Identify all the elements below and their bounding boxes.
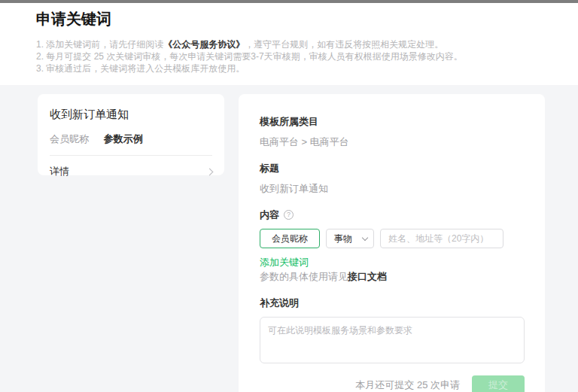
content-label: 内容 ?	[260, 208, 525, 221]
api-doc-link[interactable]: 接口文档	[348, 271, 387, 282]
preview-param-label: 会员昵称	[50, 133, 89, 144]
preview-title: 收到新订单通知	[50, 108, 212, 122]
note-label: 补充说明	[260, 296, 525, 309]
submit-button[interactable]: 提交	[472, 375, 525, 392]
keyword-form-card: 模板所属类目 电商平台 > 电商平台 标题 收到新订单通知 内容 ? 事物 添加…	[239, 94, 545, 392]
keyword-input[interactable]	[260, 229, 320, 248]
notice-line-1: 1. 添加关键词前，请先仔细阅读《公众号服务协议》，遵守平台规则，如有违反将按照…	[36, 38, 542, 50]
doc-note-prefix: 参数的具体使用请见	[260, 271, 348, 282]
preview-detail-label: 详情	[50, 165, 69, 178]
keyword-inputs-row: 事物	[260, 229, 525, 248]
title-label: 标题	[260, 162, 525, 175]
quota-text: 本月还可提交 25 次申请	[355, 378, 460, 392]
notice-1-prefix: 1. 添加关键词前，请先仔细阅读	[36, 39, 163, 50]
notice-1-suffix: ，遵守平台规则，如有违反将按照相关规定处理。	[245, 39, 443, 50]
page-title: 申请关键词	[36, 9, 542, 29]
service-agreement-link[interactable]: 《公众号服务协议》	[163, 39, 245, 50]
preview-param-row: 会员昵称 参数示例	[50, 132, 212, 146]
preview-param-value: 参数示例	[104, 133, 143, 144]
notice-line-2: 2. 每月可提交 25 次关键词审核，每次申请关键词需要3-7天审核期，审核人员…	[36, 50, 542, 62]
category-value: 电商平台 > 电商平台	[260, 135, 525, 148]
preview-detail-row[interactable]: 详情	[50, 163, 212, 178]
title-value: 收到新订单通知	[260, 182, 525, 195]
type-select[interactable]: 事物	[326, 229, 374, 248]
help-icon[interactable]: ?	[284, 210, 294, 220]
content-label-text: 内容	[260, 208, 279, 221]
example-input[interactable]	[380, 229, 503, 248]
form-footer: 本月还可提交 25 次申请 提交	[260, 375, 525, 392]
chevron-down-icon	[362, 234, 368, 240]
type-select-value: 事物	[334, 232, 352, 245]
template-preview-card: 收到新订单通知 会员昵称 参数示例 详情	[38, 94, 224, 175]
notice-line-3: 3. 审核通过后，关键词将进入公共模板库开放使用。	[36, 62, 542, 74]
chevron-right-icon	[206, 168, 214, 175]
preview-divider	[50, 155, 212, 156]
note-textarea[interactable]	[260, 317, 525, 363]
page-header: 申请关键词 1. 添加关键词前，请先仔细阅读《公众号服务协议》，遵守平台规则，如…	[0, 3, 578, 85]
content-area: 收到新订单通知 会员昵称 参数示例 详情 模板所属类目 电商平台 > 电商平台 …	[0, 85, 578, 392]
category-label: 模板所属类目	[260, 115, 525, 128]
doc-note: 参数的具体使用请见接口文档	[260, 270, 525, 283]
add-keyword-link[interactable]: 添加关键词	[260, 256, 525, 269]
